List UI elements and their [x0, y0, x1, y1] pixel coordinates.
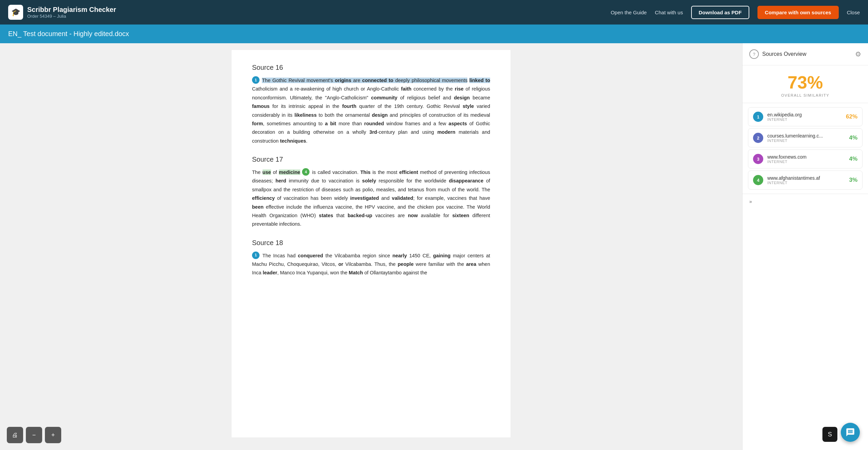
- source-16-heading: Source 16: [252, 64, 490, 71]
- source-domain-2: courses.lumenlearning.c...: [767, 133, 845, 139]
- hl-use: use: [263, 170, 271, 175]
- badge-source-4: 4: [302, 168, 310, 176]
- symfony-icon[interactable]: S: [822, 427, 837, 442]
- source-pct-3: 4%: [849, 156, 857, 162]
- similarity-label: OVERALL SIMILARITY: [749, 93, 861, 97]
- source-type-4: INTERNET: [767, 181, 845, 185]
- top-navigation: 🎓 Scribbr Plagiarism Checker Order 54349…: [0, 0, 868, 25]
- sidebar-header-left: ? Sources Overview: [749, 49, 806, 59]
- source-info-3: www.foxnews.com INTERNET: [767, 154, 845, 164]
- highlighted-text-blue: The Gothic Revival movement's origins ar…: [262, 78, 467, 83]
- chat-button[interactable]: [841, 423, 860, 442]
- source-item-3[interactable]: 3 www.foxnews.com INTERNET 4%: [748, 149, 863, 168]
- settings-icon[interactable]: ⚙: [855, 50, 861, 58]
- logo-icon: 🎓: [8, 5, 23, 20]
- main-layout: Source 16 1 The Gothic Revival movement'…: [0, 43, 868, 450]
- source-info-4: www.afghanistantimes.af INTERNET: [767, 175, 845, 185]
- source-num-1: 1: [753, 112, 763, 122]
- hl-medicine: medicine: [279, 170, 300, 175]
- zoom-out-button[interactable]: −: [26, 427, 42, 443]
- source-item-1[interactable]: 1 en.wikipedia.org INTERNET 62%: [748, 107, 863, 126]
- logo-text: Scribbr Plagiarism Checker Order 54349 –…: [27, 6, 116, 19]
- source-type-2: INTERNET: [767, 139, 845, 143]
- document-title-bar: EN_ Test document - Highly edited.docx: [0, 25, 868, 43]
- source-17-heading: Source 17: [252, 156, 490, 163]
- source-info-2: courses.lumenlearning.c... INTERNET: [767, 133, 845, 143]
- source-18-content: 1 The Incas had conquered the Vilcabamba…: [252, 252, 490, 277]
- sidebar: ? Sources Overview ⚙ 73% OVERALL SIMILAR…: [742, 43, 868, 450]
- source-pct-1: 62%: [846, 113, 857, 120]
- source-type-1: INTERNET: [767, 117, 842, 122]
- logo-area: 🎓 Scribbr Plagiarism Checker Order 54349…: [8, 5, 116, 20]
- help-icon[interactable]: ?: [749, 49, 759, 59]
- source-16-content: 1 The Gothic Revival movement's origins …: [252, 76, 490, 145]
- sidebar-footer: »: [742, 194, 868, 209]
- chat-icon: [846, 428, 855, 437]
- guide-link[interactable]: Open the Guide: [611, 10, 647, 15]
- sources-list: 1 en.wikipedia.org INTERNET 62% 2 course…: [742, 103, 868, 194]
- source-domain-3: www.foxnews.com: [767, 154, 845, 160]
- source-domain-1: en.wikipedia.org: [767, 112, 842, 117]
- badge-source-1: 1: [252, 76, 260, 84]
- bottom-toolbar: 🖨 − +: [7, 427, 61, 443]
- source-item-2[interactable]: 2 courses.lumenlearning.c... INTERNET 4%: [748, 128, 863, 147]
- expand-arrows[interactable]: »: [749, 199, 752, 204]
- source-pct-2: 4%: [849, 134, 857, 141]
- source-item-4[interactable]: 4 www.afghanistantimes.af INTERNET 3%: [748, 171, 863, 190]
- source-pct-4: 3%: [849, 177, 857, 183]
- source-num-3: 3: [753, 154, 763, 164]
- source-domain-4: www.afghanistantimes.af: [767, 175, 845, 181]
- sidebar-title: Sources Overview: [762, 51, 806, 57]
- download-pdf-button[interactable]: Download as PDF: [691, 6, 749, 19]
- badge-source-1b: 1: [252, 252, 260, 259]
- similarity-section: 73% OVERALL SIMILARITY: [742, 65, 868, 103]
- highlighted-text-blue-2: linked to: [469, 78, 490, 83]
- document-paper: Source 16 1 The Gothic Revival movement'…: [232, 50, 511, 437]
- order-info: Order 54349 – Julia: [27, 14, 116, 19]
- source-18-heading: Source 18: [252, 239, 490, 247]
- source-info-1: en.wikipedia.org INTERNET: [767, 112, 842, 122]
- app-title: Scribbr Plagiarism Checker: [27, 6, 116, 14]
- source-num-2: 2: [753, 133, 763, 143]
- sidebar-header: ? Sources Overview ⚙: [742, 43, 868, 65]
- source-type-3: INTERNET: [767, 160, 845, 164]
- similarity-percentage: 73%: [749, 74, 861, 91]
- source-17-content: The use of medicine 4 is called vaccinat…: [252, 168, 490, 229]
- document-title: EN_ Test document - Highly edited.docx: [8, 30, 129, 37]
- chat-link[interactable]: Chat with us: [655, 10, 683, 15]
- document-area: Source 16 1 The Gothic Revival movement'…: [0, 43, 742, 450]
- source-num-4: 4: [753, 175, 763, 185]
- close-button[interactable]: Close: [847, 10, 860, 15]
- print-button[interactable]: 🖨: [7, 427, 23, 443]
- zoom-in-button[interactable]: +: [45, 427, 61, 443]
- compare-sources-button[interactable]: Compare with own sources: [757, 6, 839, 19]
